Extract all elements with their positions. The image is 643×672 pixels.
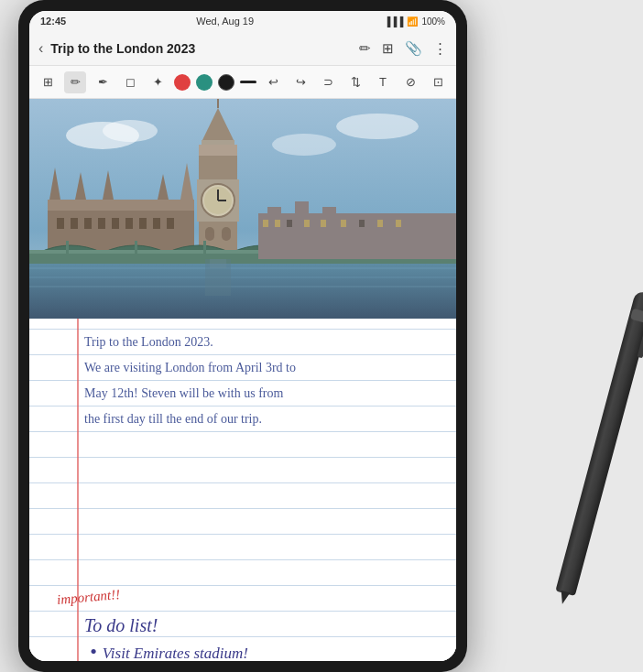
svg-rect-55: [359, 220, 365, 227]
typed-text-area: Trip to the London 2023. We are visiting…: [29, 326, 456, 436]
svg-rect-46: [267, 207, 281, 216]
svg-point-4: [336, 114, 419, 139]
stylus-button: [630, 309, 643, 323]
tablet-screen: 12:45 Wed, Aug 19 ▐▐▐ 📶 100% ‹ Trip to t…: [29, 11, 456, 661]
tablet-device: 12:45 Wed, Aug 19 ▐▐▐ 📶 100% ‹ Trip to t…: [18, 0, 467, 672]
back-button[interactable]: ‹: [38, 40, 43, 57]
color-red[interactable]: [174, 74, 191, 91]
handwritten-area: important!! To do list! • Visit Emirates…: [29, 590, 456, 661]
note-line-1: Trip to the London 2023.: [84, 330, 445, 355]
svg-rect-19: [167, 218, 174, 229]
bullet-1: •: [90, 642, 97, 661]
photo-area: [29, 99, 456, 319]
todo-title: To do list!: [84, 615, 445, 636]
svg-point-3: [272, 134, 336, 156]
more-icon[interactable]: ⋮: [433, 40, 447, 57]
svg-rect-54: [341, 220, 346, 227]
svg-rect-56: [377, 220, 383, 227]
svg-rect-14: [98, 218, 105, 229]
svg-rect-50: [275, 220, 280, 227]
svg-rect-33: [199, 145, 237, 156]
status-bar: 12:45 Wed, Aug 19 ▐▐▐ 📶 100%: [29, 11, 456, 31]
eraser2-button[interactable]: ⊘: [399, 71, 421, 93]
note-line-3: May 12th! Steven will be with us from: [84, 381, 445, 406]
nav-bar: ‹ Trip to the London 2023 ✏ ⊞ 📎 ⋮: [29, 31, 456, 66]
color-teal[interactable]: [196, 74, 213, 91]
transform-tool-button[interactable]: ⇅: [344, 71, 366, 93]
text-tool-button[interactable]: T: [372, 71, 394, 93]
note-typed-text: Trip to the London 2023. We are visiting…: [84, 330, 445, 432]
battery-level: 100%: [421, 16, 445, 27]
brush-tool-button[interactable]: ✒: [92, 71, 114, 93]
svg-rect-49: [263, 220, 268, 227]
svg-rect-59: [210, 259, 226, 268]
redo-button[interactable]: ↪: [289, 71, 311, 93]
svg-point-2: [103, 120, 158, 142]
note-line-2: We are visiting London from April 3rd to: [84, 355, 445, 381]
svg-rect-41: [203, 241, 206, 254]
signal-icon: ▐▐▐: [384, 16, 403, 27]
stylus-tip: [558, 591, 570, 605]
svg-rect-48: [322, 207, 336, 216]
scene: 12:45 Wed, Aug 19 ▐▐▐ 📶 100% ‹ Trip to t…: [0, 0, 643, 672]
svg-rect-15: [112, 218, 119, 229]
svg-rect-47: [295, 201, 309, 216]
nav-icons: ✏ ⊞ 📎 ⋮: [359, 40, 447, 57]
lined-paper: Trip to the London 2023. We are visiting…: [29, 99, 456, 661]
status-right: ▐▐▐ 📶 100%: [384, 16, 445, 27]
view-tool-button[interactable]: ⊞: [37, 71, 59, 93]
pen-tool-button[interactable]: ✏: [64, 71, 86, 93]
status-day: Wed, Aug 19: [196, 16, 254, 27]
page-title: Trip to the London 2023: [50, 41, 359, 56]
svg-rect-52: [304, 220, 310, 227]
svg-rect-17: [139, 218, 147, 229]
status-time: 12:45: [40, 16, 66, 27]
crop-button[interactable]: ⊡: [427, 71, 449, 93]
undo-button[interactable]: ↩: [262, 71, 284, 93]
svg-rect-18: [153, 218, 160, 229]
attachment-icon[interactable]: 📎: [405, 40, 422, 57]
toolbar: ⊞ ✏ ✒ ◻ ✦ ↩ ↪ ⊃ ⇅ T ⊘ ⊡: [29, 66, 456, 99]
stylus-body: [555, 290, 643, 596]
svg-rect-51: [287, 220, 292, 227]
svg-rect-13: [84, 218, 92, 229]
svg-rect-34: [205, 227, 214, 241]
shape-tool-button[interactable]: ✦: [147, 71, 169, 93]
svg-rect-12: [71, 218, 78, 229]
wifi-icon: 📶: [407, 16, 418, 27]
layout-icon[interactable]: ⊞: [382, 40, 394, 57]
edit-icon[interactable]: ✏: [359, 40, 371, 57]
svg-rect-16: [125, 218, 133, 229]
note-content: Trip to the London 2023. We are visiting…: [29, 99, 456, 661]
svg-rect-10: [48, 200, 194, 211]
svg-rect-11: [57, 218, 64, 229]
lasso-tool-button[interactable]: ⊃: [317, 71, 339, 93]
svg-rect-40: [135, 241, 137, 254]
note-line-4: the first day till the end of our trip.: [84, 406, 445, 432]
color-dark[interactable]: [218, 74, 234, 91]
important-label: important!!: [56, 587, 120, 608]
eraser-tool-button[interactable]: ◻: [119, 71, 141, 93]
svg-rect-39: [66, 241, 69, 254]
stroke-selector[interactable]: [240, 81, 256, 83]
svg-rect-53: [321, 220, 326, 227]
stylus: [555, 290, 643, 596]
todo-item-1: • Visit Emirates stadium!: [90, 640, 445, 661]
svg-rect-35: [222, 227, 231, 241]
svg-rect-57: [396, 220, 401, 227]
